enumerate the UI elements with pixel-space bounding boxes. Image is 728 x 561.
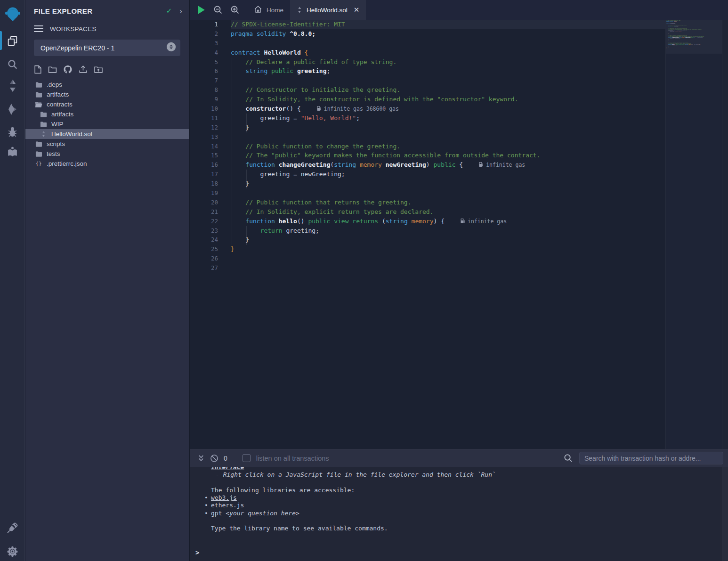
expand-terminal-icon[interactable] bbox=[194, 455, 208, 462]
listen-transactions-label[interactable]: listen on all transactions bbox=[256, 455, 329, 462]
collapse-chevron-icon[interactable]: › bbox=[179, 7, 182, 15]
clear-console-icon[interactable] bbox=[208, 454, 221, 463]
tree-item-tests[interactable]: tests bbox=[25, 149, 189, 159]
code-line[interactable]: string public greeting; bbox=[231, 66, 665, 76]
folder-icon bbox=[35, 141, 42, 147]
workspace-sort-icon[interactable] bbox=[166, 42, 176, 54]
code-line[interactable] bbox=[231, 263, 665, 273]
search-icon[interactable] bbox=[0, 54, 25, 74]
code-line[interactable]: contract HelloWorld { bbox=[231, 48, 665, 57]
tree-item-scripts[interactable]: scripts bbox=[25, 139, 189, 149]
code-line[interactable] bbox=[231, 132, 665, 142]
code-line[interactable]: } bbox=[231, 235, 665, 244]
terminal-search-input[interactable] bbox=[579, 452, 723, 464]
tree-item-wip[interactable]: WIP bbox=[25, 119, 189, 129]
code-line[interactable]: // In Solidity, explicit return types ar… bbox=[231, 207, 665, 217]
terminal-link[interactable]: ethers.js bbox=[211, 502, 244, 509]
zoom-out-button[interactable] bbox=[210, 0, 226, 20]
solidity-compiler-icon[interactable] bbox=[0, 75, 25, 96]
settings-gear-icon[interactable] bbox=[0, 541, 25, 561]
listen-transactions-checkbox[interactable] bbox=[243, 454, 251, 462]
new-folder-icon[interactable] bbox=[48, 65, 57, 73]
tree-item-label: artifacts bbox=[51, 111, 73, 118]
code-line[interactable]: // In Solidity, the constructor is defin… bbox=[231, 95, 665, 104]
code-line[interactable]: function changeGreeting(string memory ne… bbox=[231, 160, 665, 170]
tree-item-label: scripts bbox=[47, 140, 65, 147]
code-line[interactable]: constructor() {infinite gas 368600 gas bbox=[231, 104, 665, 114]
editor-scrollbar[interactable] bbox=[722, 20, 728, 449]
terminal-line: •ethers.js bbox=[211, 502, 722, 509]
workspace-select[interactable]: OpenZeppelin ERC20 - 1 bbox=[34, 40, 180, 56]
tab-helloworld-sol[interactable]: HelloWorld.sol ✕ bbox=[290, 0, 366, 20]
tree-item--deps[interactable]: .deps bbox=[25, 80, 189, 89]
code-line[interactable]: } bbox=[231, 123, 665, 132]
file-explorer-icon[interactable] bbox=[0, 30, 25, 51]
code-line[interactable] bbox=[231, 254, 665, 263]
code-line[interactable]: function hello() public view returns (st… bbox=[231, 217, 665, 226]
workspace-menu-icon[interactable] bbox=[34, 24, 43, 34]
tree-item-label: contracts bbox=[47, 101, 73, 108]
terminal-link[interactable]: web3.js bbox=[211, 494, 237, 501]
tree-item--prettierrc-json[interactable]: {}.prettierrc.json bbox=[25, 159, 189, 169]
debugger-icon[interactable] bbox=[0, 122, 25, 142]
upload-file-icon[interactable] bbox=[79, 65, 88, 74]
code-line[interactable] bbox=[231, 76, 665, 85]
tree-item-contracts[interactable]: contracts bbox=[25, 99, 189, 109]
workspaces-label: WORKSPACES bbox=[50, 25, 97, 33]
code-line[interactable] bbox=[231, 188, 665, 198]
run-script-button[interactable] bbox=[193, 0, 210, 20]
code-line[interactable]: // Constructor to initialize the greetin… bbox=[231, 85, 665, 95]
workspace-selected-name: OpenZeppelin ERC20 - 1 bbox=[40, 44, 166, 52]
file-tree: .depsartifactscontractsartifactsWIPHello… bbox=[25, 80, 189, 169]
editor-tab-bar: Home HelloWorld.sol ✕ bbox=[190, 0, 728, 20]
folder-icon bbox=[40, 111, 47, 118]
terminal-output[interactable]: interface- Right click on a JavaScript f… bbox=[190, 467, 722, 561]
folder-icon bbox=[35, 151, 42, 157]
terminal-prompt[interactable]: > bbox=[195, 549, 199, 556]
gas-estimate-badge: infinite gas bbox=[479, 162, 525, 168]
minimap[interactable]: // SPDX-License-Identifier: MITpragma so… bbox=[665, 20, 722, 449]
activity-bar bbox=[0, 0, 25, 561]
code-line[interactable]: return greeting; bbox=[231, 226, 665, 236]
remix-logo-icon[interactable] bbox=[0, 4, 25, 25]
tree-item-label: .prettierrc.json bbox=[47, 160, 87, 167]
zoom-in-button[interactable] bbox=[226, 0, 243, 20]
code-line[interactable]: } bbox=[231, 179, 665, 188]
upload-folder-icon[interactable] bbox=[94, 65, 103, 73]
tree-item-artifacts[interactable]: artifacts bbox=[25, 89, 189, 99]
code-editor[interactable]: 1234567891011121314151617181920212223242… bbox=[190, 20, 665, 449]
gas-estimate-badge: infinite gas bbox=[695, 44, 700, 45]
file-explorer-panel: FILE EXPLORER ✓ › WORKSPACES OpenZeppeli… bbox=[25, 0, 190, 561]
tree-item-helloworld-sol[interactable]: HelloWorld.sol bbox=[25, 129, 189, 139]
accept-check-icon[interactable]: ✓ bbox=[166, 7, 172, 15]
plugin-manager-icon[interactable] bbox=[0, 517, 25, 538]
code-line[interactable]: // Declare a public field of type string… bbox=[231, 57, 665, 67]
code-line[interactable]: greeting = newGreeting; bbox=[231, 170, 665, 179]
close-tab-icon[interactable]: ✕ bbox=[354, 6, 360, 14]
code-line[interactable]: // The "public" keyword makes the functi… bbox=[231, 151, 665, 160]
clone-github-icon[interactable] bbox=[63, 65, 73, 74]
code-lines[interactable]: // SPDX-License-Identifier: MITpragma so… bbox=[231, 20, 665, 273]
terminal-scrollbar[interactable] bbox=[722, 467, 728, 561]
minimap-content: // SPDX-License-Identifier: MITpragma so… bbox=[666, 20, 720, 51]
terminal-toolbar: 0 listen on all transactions bbox=[190, 449, 728, 467]
solidity-icon bbox=[40, 130, 47, 138]
code-line[interactable] bbox=[231, 39, 665, 48]
new-file-icon[interactable] bbox=[34, 65, 42, 74]
tab-home-label: Home bbox=[267, 7, 283, 14]
tab-home[interactable]: Home bbox=[247, 0, 290, 20]
learneth-icon[interactable] bbox=[0, 141, 25, 162]
line-number-gutter: 1234567891011121314151617181920212223242… bbox=[190, 20, 231, 273]
gas-estimate-badge: infinite gas bbox=[697, 37, 703, 38]
code-line[interactable]: greeting = "Hello, World!"; bbox=[231, 114, 665, 123]
code-line[interactable]: // Public function that returns the gree… bbox=[231, 198, 665, 207]
code-line[interactable]: // SPDX-License-Identifier: MIT bbox=[231, 20, 665, 29]
deploy-run-icon[interactable] bbox=[0, 99, 25, 120]
code-line[interactable]: // Public function to change the greetin… bbox=[231, 142, 665, 151]
code-lines[interactable]: // SPDX-License-Identifier: MITpragma so… bbox=[666, 20, 720, 51]
code-line[interactable]: pragma solidity ^0.8.0; bbox=[231, 29, 665, 39]
tree-item-artifacts[interactable]: artifacts bbox=[25, 109, 189, 119]
code-line[interactable]: } bbox=[231, 244, 665, 254]
pending-tx-count: 0 bbox=[224, 455, 227, 462]
code-line[interactable] bbox=[666, 50, 720, 51]
